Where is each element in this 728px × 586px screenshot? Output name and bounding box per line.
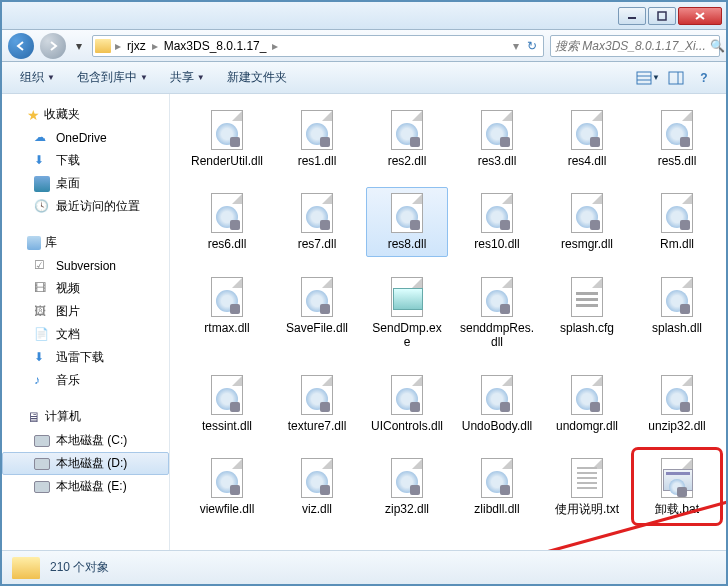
- dll-icon: [476, 374, 518, 416]
- file-item[interactable]: res10.dll: [456, 187, 538, 256]
- file-item[interactable]: resmgr.dll: [546, 187, 628, 256]
- file-item[interactable]: viewfile.dll: [186, 452, 268, 521]
- sidebar-drive-d[interactable]: 本地磁盘 (D:): [2, 452, 169, 475]
- file-item[interactable]: unzip32.dll: [636, 369, 718, 438]
- view-button[interactable]: ▼: [636, 67, 660, 89]
- file-item[interactable]: 卸载.bat: [636, 452, 718, 521]
- svg-rect-4: [637, 72, 651, 84]
- breadcrumb-1[interactable]: rjxz: [125, 39, 148, 53]
- bat-icon: [656, 457, 698, 499]
- txt-icon: [566, 457, 608, 499]
- new-folder-button[interactable]: 新建文件夹: [219, 65, 295, 90]
- statusbar: 210 个对象: [2, 550, 726, 584]
- refresh-button[interactable]: ↻: [523, 39, 541, 53]
- file-name: res10.dll: [474, 237, 519, 251]
- sidebar-downloads[interactable]: ⬇下载: [2, 149, 169, 172]
- address-dropdown[interactable]: ▾: [513, 39, 519, 53]
- file-name: viewfile.dll: [200, 502, 255, 516]
- dll-icon: [476, 192, 518, 234]
- file-name: Rm.dll: [660, 237, 694, 251]
- dll-icon: [566, 192, 608, 234]
- file-item[interactable]: 使用说明.txt: [546, 452, 628, 521]
- cfg-icon: [566, 276, 608, 318]
- file-name: 使用说明.txt: [555, 502, 619, 516]
- file-name: 卸载.bat: [655, 502, 699, 516]
- sidebar-drive-e[interactable]: 本地磁盘 (E:): [2, 475, 169, 498]
- breadcrumb-sep[interactable]: ▸: [152, 39, 158, 53]
- dll-icon: [386, 457, 428, 499]
- computer-icon: 🖥: [27, 409, 41, 425]
- file-item[interactable]: viz.dll: [276, 452, 358, 521]
- minimize-button[interactable]: [618, 7, 646, 25]
- help-button[interactable]: ?: [692, 67, 716, 89]
- file-item[interactable]: res4.dll: [546, 104, 628, 173]
- dll-icon: [206, 109, 248, 151]
- file-item[interactable]: res2.dll: [366, 104, 448, 173]
- file-item[interactable]: res6.dll: [186, 187, 268, 256]
- file-item[interactable]: Rm.dll: [636, 187, 718, 256]
- dll-icon: [476, 109, 518, 151]
- file-item[interactable]: RenderUtil.dll: [186, 104, 268, 173]
- folder-icon: [95, 39, 111, 53]
- file-item[interactable]: senddmpRes.dll: [456, 271, 538, 355]
- favorites-header[interactable]: ▷★收藏夹: [2, 102, 169, 127]
- sidebar-xunlei[interactable]: ⬇迅雷下载: [2, 346, 169, 369]
- forward-button[interactable]: [40, 33, 66, 59]
- sidebar-drive-c[interactable]: 本地磁盘 (C:): [2, 429, 169, 452]
- sidebar-pictures[interactable]: 🖼图片: [2, 300, 169, 323]
- dll-icon: [296, 109, 338, 151]
- file-item[interactable]: res8.dll: [366, 187, 448, 256]
- documents-icon: 📄: [34, 327, 50, 343]
- sidebar-subversion[interactable]: ☑Subversion: [2, 255, 169, 277]
- sidebar-desktop[interactable]: 桌面: [2, 172, 169, 195]
- sidebar-videos[interactable]: 🎞视频: [2, 277, 169, 300]
- preview-pane-button[interactable]: [664, 67, 688, 89]
- file-item[interactable]: splash.dll: [636, 271, 718, 355]
- computer-header[interactable]: ▷🖥计算机: [2, 404, 169, 429]
- file-item[interactable]: splash.cfg: [546, 271, 628, 355]
- xunlei-icon: ⬇: [34, 350, 50, 366]
- file-item[interactable]: texture7.dll: [276, 369, 358, 438]
- toolbar: 组织▼ 包含到库中▼ 共享▼ 新建文件夹 ▼ ?: [2, 62, 726, 94]
- file-item[interactable]: SendDmp.exe: [366, 271, 448, 355]
- dll-icon: [296, 276, 338, 318]
- maximize-button[interactable]: [648, 7, 676, 25]
- search-icon[interactable]: 🔍: [710, 39, 725, 53]
- file-name: res1.dll: [298, 154, 337, 168]
- file-item[interactable]: SaveFile.dll: [276, 271, 358, 355]
- breadcrumb-2[interactable]: Max3DS_8.0.1.17_: [162, 39, 269, 53]
- file-item[interactable]: undomgr.dll: [546, 369, 628, 438]
- file-name: res7.dll: [298, 237, 337, 251]
- breadcrumb-sep[interactable]: ▸: [115, 39, 121, 53]
- file-name: zip32.dll: [385, 502, 429, 516]
- close-button[interactable]: [678, 7, 722, 25]
- share-button[interactable]: 共享▼: [162, 65, 213, 90]
- search-box[interactable]: 🔍: [550, 35, 720, 57]
- file-pane[interactable]: RenderUtil.dllres1.dllres2.dllres3.dllre…: [170, 94, 726, 550]
- libraries-header[interactable]: ▷库: [2, 230, 169, 255]
- sidebar-music[interactable]: ♪音乐: [2, 369, 169, 392]
- file-name: unzip32.dll: [648, 419, 705, 433]
- file-item[interactable]: tessint.dll: [186, 369, 268, 438]
- search-input[interactable]: [555, 39, 706, 53]
- file-item[interactable]: res5.dll: [636, 104, 718, 173]
- include-library-button[interactable]: 包含到库中▼: [69, 65, 156, 90]
- file-item[interactable]: res1.dll: [276, 104, 358, 173]
- file-item[interactable]: zip32.dll: [366, 452, 448, 521]
- sidebar: ▷★收藏夹 ☁OneDrive ⬇下载 桌面 🕓最近访问的位置 ▷库 ☑Subv…: [2, 94, 170, 550]
- sidebar-recent[interactable]: 🕓最近访问的位置: [2, 195, 169, 218]
- organize-button[interactable]: 组织▼: [12, 65, 63, 90]
- breadcrumb-sep[interactable]: ▸: [272, 39, 278, 53]
- back-button[interactable]: [8, 33, 34, 59]
- file-item[interactable]: zlibdll.dll: [456, 452, 538, 521]
- file-item[interactable]: rtmax.dll: [186, 271, 268, 355]
- sidebar-documents[interactable]: 📄文档: [2, 323, 169, 346]
- file-item[interactable]: UIControls.dll: [366, 369, 448, 438]
- file-item[interactable]: UndoBody.dll: [456, 369, 538, 438]
- address-bar[interactable]: ▸ rjxz ▸ Max3DS_8.0.1.17_ ▸ ▾ ↻: [92, 35, 544, 57]
- file-name: res4.dll: [568, 154, 607, 168]
- file-item[interactable]: res7.dll: [276, 187, 358, 256]
- history-dropdown[interactable]: ▾: [72, 33, 86, 59]
- file-item[interactable]: res3.dll: [456, 104, 538, 173]
- sidebar-onedrive[interactable]: ☁OneDrive: [2, 127, 169, 149]
